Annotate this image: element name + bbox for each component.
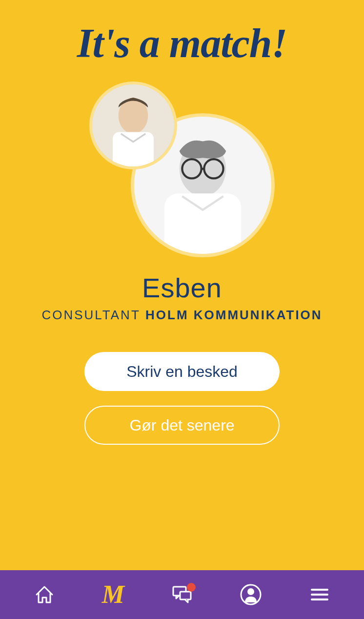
write-message-button[interactable]: Skriv en besked (84, 352, 280, 391)
nav-menu[interactable] (305, 580, 334, 609)
do-later-button[interactable]: Gør det senere (84, 406, 280, 445)
m-logo-icon: M (102, 582, 124, 607)
nav-matches[interactable]: M (99, 580, 128, 609)
match-name: Esben (142, 272, 222, 304)
person-icon (92, 84, 174, 166)
nav-home[interactable] (30, 580, 59, 609)
nav-profile[interactable] (236, 580, 265, 609)
match-role: CONSULTANT (41, 308, 140, 322)
user-avatar (89, 82, 177, 169)
hamburger-icon (308, 583, 331, 606)
home-icon (33, 583, 56, 606)
notification-badge (187, 583, 196, 592)
bottom-navbar: M (0, 570, 364, 619)
match-subtitle: CONSULTANT HOLM KOMMUNIKATION (41, 308, 322, 323)
profile-icon (239, 583, 263, 606)
svg-rect-2 (113, 132, 154, 166)
svg-rect-10 (180, 592, 191, 599)
match-company: HOLM KOMMUNIKATION (145, 308, 323, 322)
match-headline: It's a match! (77, 20, 287, 67)
avatar-pair (89, 82, 275, 262)
svg-point-12 (247, 588, 254, 595)
svg-rect-8 (164, 193, 241, 254)
nav-chat[interactable] (167, 580, 197, 609)
